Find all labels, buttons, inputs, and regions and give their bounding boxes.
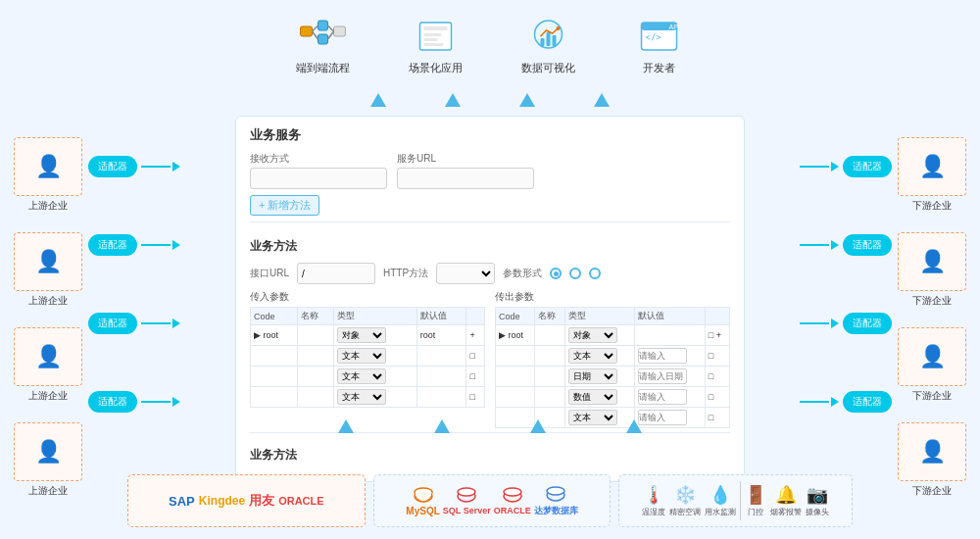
svg-rect-2 [318, 34, 327, 44]
table-row: 文本 □ [251, 387, 485, 408]
type-select[interactable]: 文本 [337, 348, 386, 364]
ac-icon: ❄️ [674, 484, 696, 506]
adapter-button[interactable]: 适配器 [843, 391, 892, 413]
type-select[interactable]: 日期 [568, 368, 617, 384]
cell [535, 367, 565, 387]
arrow-head [831, 240, 839, 250]
panel-title: 业务服务 [250, 126, 730, 144]
table-row: 日期 □ [496, 367, 730, 387]
param-radio-3[interactable] [589, 268, 601, 279]
cell [297, 325, 333, 346]
form-group-2: 服务URL [397, 152, 534, 189]
sqlserver-label: SQL Server [443, 506, 491, 515]
input-params-table: Code 名称 类型 默认值 ▶ root 对象 root [250, 307, 485, 408]
mysql-label: MySQL [406, 506, 439, 516]
adapter-button[interactable]: 适配器 [88, 156, 137, 177]
developer-icon: API </> [634, 18, 685, 57]
svg-rect-9 [423, 26, 447, 30]
svg-line-5 [312, 31, 318, 39]
cell: 数值 [565, 387, 635, 408]
arrow-up-3 [519, 93, 535, 107]
method-url-input[interactable] [297, 263, 375, 284]
enterprise-label: 上游企业 [28, 294, 68, 308]
cell [496, 387, 535, 408]
iot-camera-label: 摄像头 [806, 507, 829, 517]
default-input[interactable] [638, 410, 687, 425]
default-input[interactable] [638, 389, 687, 405]
left-adapter-group-1: 适配器 [88, 137, 180, 196]
adapter-arrow [141, 240, 180, 250]
right-adapter-group-3: 适配器 [800, 294, 892, 353]
iot-smoke-label: 烟雾报警 [770, 507, 802, 517]
th-action-in [466, 308, 485, 325]
section2-row: 业务方法 [250, 432, 730, 467]
top-icon-scenario: 场景化应用 [409, 18, 463, 75]
type-select[interactable]: 文本 [337, 368, 386, 384]
cell [251, 387, 298, 408]
cell: ▶ root [496, 325, 535, 346]
default-input[interactable] [638, 368, 687, 384]
http-method-select[interactable] [436, 263, 495, 284]
bottom-boxes: SAP Kingdee 用友 ORACLE MySQL SQL Server [127, 474, 853, 527]
type-select[interactable]: 对象 [568, 327, 617, 343]
dataviz-icon [522, 18, 573, 57]
service-url-input[interactable] [397, 168, 534, 189]
iot-smoke: 🔔 烟雾报警 [770, 484, 802, 517]
table-row: 数值 □ [496, 387, 730, 408]
svg-rect-11 [423, 38, 437, 41]
add-method-button[interactable]: + 新增方法 [250, 195, 319, 216]
th-action-out [705, 308, 729, 325]
cell [496, 346, 535, 367]
iot-water-label: 用水监测 [705, 507, 736, 517]
iot-divider [740, 481, 741, 520]
output-params-section: 传出参数 Code 名称 类型 默认值 ▶ root [495, 290, 730, 428]
table-row: 文本 □ [496, 346, 730, 367]
enterprise-label: 下游企业 [912, 389, 952, 403]
type-select[interactable]: 文本 [568, 348, 617, 364]
enterprise-box: 👤 [14, 327, 82, 386]
type-select[interactable]: 数值 [568, 389, 617, 405]
left-adapters: 适配器 适配器 适配器 适配器 [88, 137, 180, 431]
right-enterprise-1: 👤 下游企业 [898, 137, 966, 213]
form-label-2: 服务URL [397, 152, 534, 166]
iot-camera: 📷 摄像头 [806, 484, 829, 517]
adapter-button[interactable]: 适配器 [88, 234, 137, 256]
adapter-button[interactable]: 适配器 [88, 313, 137, 334]
bottom-arrow-up-1 [338, 419, 354, 433]
enterprise-person-icon: 👤 [35, 249, 62, 274]
enterprise-box: 👤 [898, 137, 966, 196]
right-adapter-group-2: 适配器 [800, 216, 892, 274]
right-enterprises: 👤 下游企业 👤 下游企业 👤 下游企业 👤 下游企业 [898, 137, 966, 498]
adapter-button[interactable]: 适配器 [88, 391, 137, 413]
adapter-button[interactable]: 适配器 [843, 313, 892, 334]
adapter-button[interactable]: 适配器 [843, 234, 892, 256]
param-radio-1[interactable] [550, 268, 562, 279]
oracle2-item: ORACLE [494, 486, 531, 515]
bottom-arrow-up-3 [530, 419, 546, 433]
adapter-button[interactable]: 适配器 [843, 156, 892, 177]
left-enterprise-1: 👤 上游企业 [14, 137, 82, 213]
default-input[interactable] [638, 348, 687, 364]
enterprise-label: 上游企业 [28, 199, 68, 213]
table-row: 文本 □ [251, 367, 485, 387]
scenario-label: 场景化应用 [409, 61, 463, 75]
cell: 文本 [333, 387, 416, 408]
param-radio-2[interactable] [569, 268, 581, 279]
cell [416, 346, 466, 367]
type-select[interactable]: 文本 [337, 389, 386, 405]
type-select[interactable]: 对象 [337, 327, 386, 343]
left-enterprise-2: 👤 上游企业 [14, 232, 82, 308]
top-icon-workflow: 端到端流程 [296, 18, 350, 75]
cell [251, 346, 298, 367]
svg-text:API: API [669, 24, 680, 30]
enterprise-box: 👤 [14, 422, 82, 481]
enterprise-person-icon: 👤 [919, 344, 946, 369]
receive-method-input[interactable] [250, 168, 387, 189]
oracle-label: ORACLE [278, 495, 323, 507]
db-box: MySQL SQL Server ORACLE [373, 474, 612, 527]
arrow-head [172, 397, 180, 407]
right-enterprise-2: 👤 下游企业 [898, 232, 966, 308]
cell [635, 346, 705, 367]
cell: □ [466, 346, 485, 367]
enterprise-label: 下游企业 [912, 484, 952, 498]
